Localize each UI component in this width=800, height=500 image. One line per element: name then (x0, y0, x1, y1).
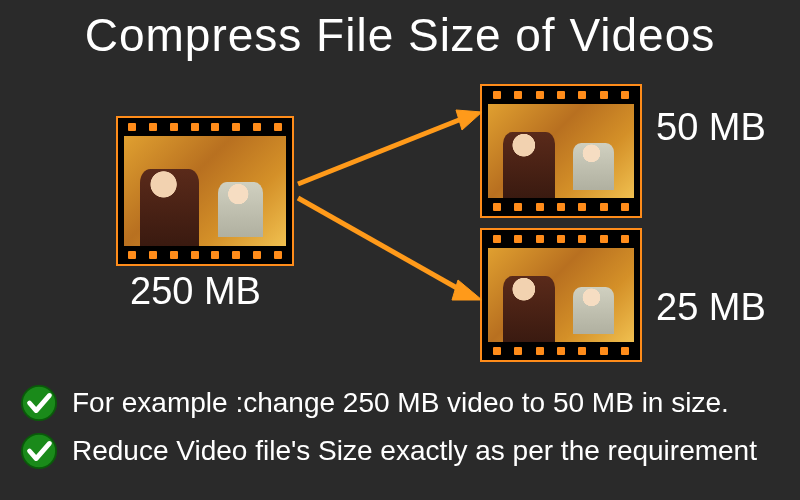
feature-bullet: For example :change 250 MB video to 50 M… (20, 384, 780, 422)
promo-slide: Compress File Size of Videos FUJI RTP 25… (0, 0, 800, 500)
svg-point-5 (22, 434, 56, 468)
svg-line-2 (298, 198, 464, 292)
svg-point-4 (22, 386, 56, 420)
svg-line-0 (298, 118, 464, 184)
thumbnail-image (488, 104, 634, 198)
source-video-thumb: FUJI RTP (116, 116, 294, 266)
thumbnail-image (488, 248, 634, 342)
source-size-label: 250 MB (130, 270, 261, 313)
feature-bullet: Reduce Video file's Size exactly as per … (20, 432, 780, 470)
arrow-to-output-2 (296, 192, 482, 304)
film-sprockets-bottom (482, 344, 640, 358)
output-size-label-2: 25 MB (656, 286, 766, 329)
film-sprockets-top (482, 88, 640, 102)
check-icon (20, 432, 58, 470)
arrow-to-output-1 (296, 108, 482, 188)
film-sprockets-bottom (118, 248, 292, 262)
svg-marker-3 (452, 280, 482, 300)
page-title: Compress File Size of Videos (0, 8, 800, 62)
feature-bullets: For example :change 250 MB video to 50 M… (20, 374, 780, 480)
output-size-label-1: 50 MB (656, 106, 766, 149)
bullet-text: For example :change 250 MB video to 50 M… (72, 387, 729, 419)
film-sprockets-bottom (482, 200, 640, 214)
output-video-thumb-1 (480, 84, 642, 218)
svg-marker-1 (456, 110, 482, 130)
film-sprockets-top (482, 232, 640, 246)
output-video-thumb-2 (480, 228, 642, 362)
film-sprockets-top (118, 120, 292, 134)
check-icon (20, 384, 58, 422)
bullet-text: Reduce Video file's Size exactly as per … (72, 435, 757, 467)
thumbnail-image (124, 136, 286, 246)
